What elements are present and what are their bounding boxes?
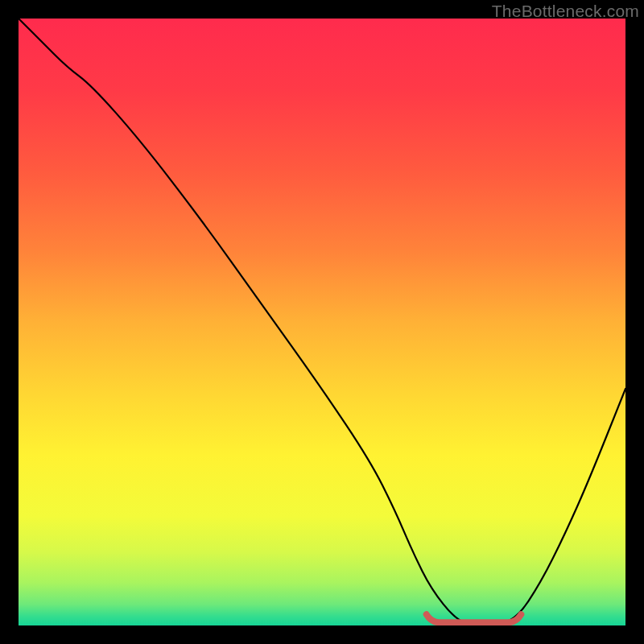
gradient-background [19, 19, 625, 625]
watermark-text: TheBottleneck.com [492, 2, 639, 21]
chart-frame [19, 19, 625, 625]
bottleneck-chart [19, 19, 625, 625]
